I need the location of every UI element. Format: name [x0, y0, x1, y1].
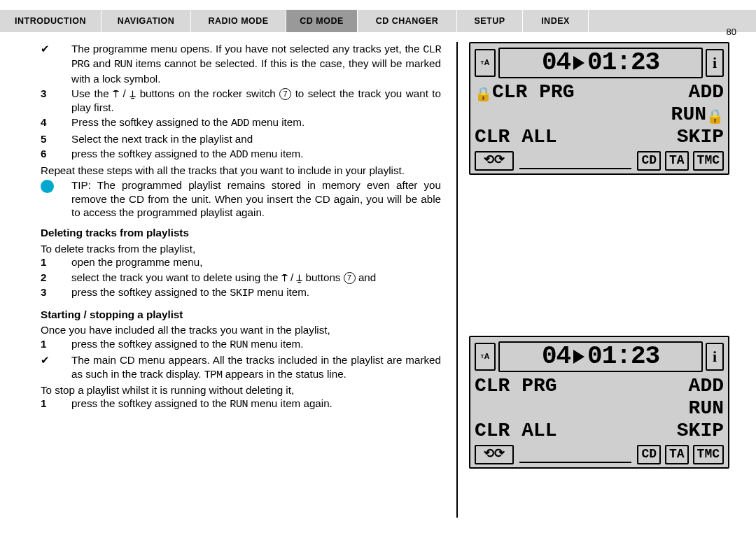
tab-index[interactable]: Index [523, 10, 589, 32]
tip-icon [41, 178, 71, 219]
paragraph: To stop a playlist whilst it is running … [41, 383, 441, 397]
tab-radio-mode[interactable]: Radio Mode [191, 10, 286, 32]
step-text: press the softkey assigned to the RUN me… [71, 337, 441, 352]
step-number: 6 [41, 147, 71, 162]
body-text: ✔ The programme menu opens. If you have … [41, 42, 441, 413]
step-number: 4 [41, 115, 71, 130]
step-text: select the track you want to delete usin… [71, 271, 441, 284]
lock-icon: 🔒 [475, 87, 492, 103]
play-icon [573, 56, 584, 70]
paragraph: Once you have included all the tracks yo… [41, 323, 441, 336]
tmc-indicator: TMC [693, 445, 724, 464]
softkey-add: ADD [689, 375, 724, 397]
paragraph: The programme menu opens. If you have no… [71, 42, 441, 85]
heading: Starting / stopping a playlist [41, 308, 441, 321]
softkey-skip: SKIP [677, 126, 724, 148]
step-text: press the softkey assigned to the RUN me… [71, 397, 441, 411]
check-icon: ✔ [41, 353, 71, 382]
ta-indicator: TA [475, 343, 496, 371]
softkey-skip: SKIP [677, 420, 724, 442]
vertical-divider [456, 42, 458, 518]
tab-cd-mode[interactable]: Cd Mode [286, 10, 358, 32]
step-number: 5 [41, 132, 71, 145]
softkey-add: ADD [689, 81, 724, 104]
step-text: Use the ⍑ / ⍊ buttons on the rocker swit… [71, 87, 441, 114]
result-text: The main CD menu appears. All the tracks… [71, 353, 441, 382]
softkey-run: RUN🔒 [671, 104, 724, 126]
step-number: 3 [41, 87, 71, 114]
repeat-indicator-icon: ⟲⟳ [475, 445, 514, 464]
device-display-locked: TA 0401:23 i 🔒CLR PRGADD RUN🔒 CLR ALLSKI… [469, 42, 729, 175]
paragraph: Repeat these steps with all the tracks t… [41, 164, 441, 177]
tip-text: TIP: The programmed playlist remains sto… [71, 178, 441, 219]
step-number: 2 [41, 271, 71, 284]
ta-indicator-bottom: TA [665, 445, 689, 464]
info-indicator: i [706, 343, 724, 371]
ref-7-icon: 7 [344, 272, 356, 284]
step-number: 1 [41, 255, 71, 269]
track-time-display: 0401:23 [498, 48, 703, 78]
step-text: press the softkey assigned to the SKIP m… [71, 285, 441, 300]
repeat-indicator-icon: ⟲⟳ [475, 151, 514, 171]
softkey-run: RUN [689, 397, 724, 420]
page-number: 80 [727, 27, 736, 38]
track-time-display: 0401:23 [498, 341, 703, 372]
step-text: open the programme menu, [71, 255, 441, 269]
step-number: 1 [41, 397, 71, 411]
ta-indicator-bottom: TA [665, 151, 689, 171]
step-number: 1 [41, 337, 71, 352]
cd-indicator: CD [637, 445, 661, 464]
step-text: Press the softkey assigned to the ADD me… [71, 115, 441, 130]
tab-navigation[interactable]: Navigation [102, 10, 191, 32]
softkey-clr-all: CLR ALL [475, 420, 557, 442]
ta-indicator: TA [475, 49, 496, 77]
softkey-clr-prg: 🔒CLR PRG [475, 81, 575, 104]
tmc-indicator: TMC [693, 151, 724, 171]
cd-indicator: CD [637, 151, 661, 171]
ref-7-icon: 7 [279, 88, 291, 100]
softkey-clr-prg: CLR PRG [475, 375, 557, 397]
tab-cd-changer[interactable]: Cd Changer [358, 10, 457, 32]
play-icon [573, 350, 584, 364]
check-icon: ✔ [41, 42, 71, 85]
step-number: 3 [41, 285, 71, 300]
softkey-clr-all: CLR ALL [475, 126, 557, 148]
lock-icon: 🔒 [706, 109, 724, 125]
info-indicator: i [706, 49, 724, 77]
device-display-unlocked: TA 0401:23 i CLR PRGADD RUN CLR ALLSKIP … [469, 336, 729, 469]
tab-setup[interactable]: Setup [457, 10, 523, 32]
heading: Deleting tracks from playlists [41, 226, 441, 239]
step-text: Select the next track in the playlist an… [71, 132, 441, 145]
tab-bar: Introduction Navigation Radio Mode Cd Mo… [0, 10, 756, 32]
tab-introduction[interactable]: Introduction [0, 10, 102, 32]
step-text: press the softkey assigned to the ADD me… [71, 147, 441, 162]
paragraph: To delete tracks from the playlist, [41, 242, 441, 255]
